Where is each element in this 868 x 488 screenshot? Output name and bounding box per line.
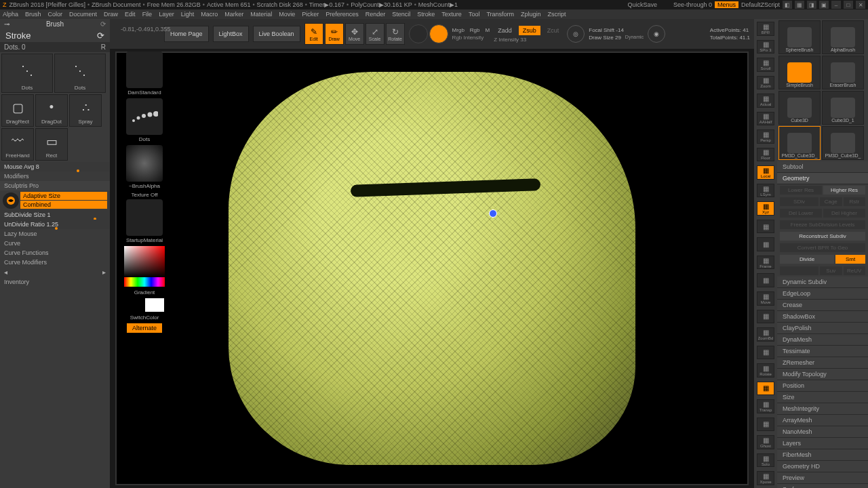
- move-icon[interactable]: ▦Move: [757, 291, 774, 306]
- stroke-spray[interactable]: ∴Spray: [69, 94, 102, 127]
- focal-icon[interactable]: ◎: [567, 25, 585, 43]
- icon-16-icon[interactable]: ▦: [757, 310, 774, 324]
- frame-icon[interactable]: ▦Frame: [757, 256, 774, 270]
- rotate-icon[interactable]: ▦Rotate: [757, 363, 774, 378]
- floor-icon[interactable]: ▦Floor: [757, 148, 774, 162]
- cage-button[interactable]: Cage: [820, 197, 842, 206]
- menu-zscript[interactable]: Zscript: [548, 11, 566, 18]
- left-arrow-icon[interactable]: ◂: [4, 268, 7, 276]
- rgb-button[interactable]: Rgb: [470, 27, 480, 33]
- higher-res-button[interactable]: Higher Res: [823, 186, 865, 195]
- m-button[interactable]: M: [486, 27, 490, 33]
- size-icon[interactable]: ◉: [648, 25, 665, 43]
- dynamic-subdiv-section[interactable]: Dynamic Subdiv: [777, 277, 868, 288]
- meshintegrity-section[interactable]: MeshIntegrity: [777, 403, 868, 415]
- draw-gizmo[interactable]: ✏Draw: [325, 23, 344, 45]
- rotate-gizmo[interactable]: ↻Rotate: [386, 23, 405, 45]
- white-swatch[interactable]: [145, 298, 164, 312]
- brush-preview[interactable]: DamStandard: [124, 52, 165, 96]
- menu-alpha[interactable]: Alpha: [3, 11, 18, 18]
- menus-button[interactable]: Menus: [715, 1, 738, 8]
- zadd-button[interactable]: Zadd: [494, 26, 516, 35]
- menu-stroke[interactable]: Stroke: [417, 11, 435, 18]
- edgeloop-section[interactable]: EdgeLoop: [777, 288, 868, 300]
- brush-pm3d_cube3d_[interactable]: PM3D_Cube3D_: [822, 126, 864, 160]
- persp-icon[interactable]: ▦Persp: [757, 129, 774, 144]
- minimize-icon[interactable]: –: [831, 1, 841, 9]
- black-swatch[interactable]: [125, 298, 144, 312]
- menu-edit[interactable]: Edit: [125, 11, 136, 18]
- icon-14-icon[interactable]: ▦: [757, 273, 774, 287]
- menu-draw[interactable]: Draw: [104, 11, 118, 18]
- dynamic-label[interactable]: Dynamic: [625, 35, 644, 41]
- menu-transform[interactable]: Transform: [486, 11, 514, 18]
- menu-file[interactable]: File: [142, 11, 153, 18]
- seethrough-slider[interactable]: See-through 0: [673, 1, 712, 8]
- xpose-icon[interactable]: ▦Xpose: [757, 471, 774, 485]
- menu-material[interactable]: Material: [250, 11, 272, 18]
- focal-shift-slider[interactable]: Focal Shift -14: [589, 27, 644, 33]
- texture-preview[interactable]: Texture OffStartupMaterial: [124, 192, 165, 243]
- geometry-hd-section[interactable]: Geometry HD: [777, 461, 868, 472]
- layout-1-icon[interactable]: ◧: [783, 1, 792, 9]
- pin-icon[interactable]: ⊸: [4, 20, 9, 28]
- curve-section[interactable]: Curve: [0, 239, 110, 248]
- claypolish-section[interactable]: ClayPolish: [777, 323, 868, 334]
- right-arrow-icon[interactable]: ▸: [102, 268, 106, 276]
- stroke-freehand[interactable]: 〰FreeHand: [1, 128, 34, 161]
- brush-simplebrush[interactable]: SimpleBrush: [778, 56, 821, 89]
- reuv-button[interactable]: ReUV: [844, 266, 866, 275]
- lower-res-button[interactable]: Lower Res: [780, 186, 822, 195]
- z-intensity-slider[interactable]: Z Intensity 33: [494, 37, 563, 43]
- preview-section[interactable]: Preview: [777, 472, 868, 484]
- surface-section[interactable]: Surface: [777, 484, 868, 488]
- inventory-section[interactable]: Inventory: [0, 277, 110, 287]
- menu-preferences[interactable]: Preferences: [326, 11, 359, 18]
- dynamesh-section[interactable]: DynaMesh: [777, 334, 868, 346]
- subtool-section[interactable]: Subtool: [777, 161, 868, 173]
- del-lower-button[interactable]: Del Lower: [780, 209, 822, 218]
- subdivide-slider[interactable]: SubDivide Size 1: [0, 210, 110, 220]
- brush-pm3d_cube3d_[interactable]: PM3D_Cube3D_: [778, 126, 821, 160]
- menu-macro[interactable]: Macro: [201, 11, 218, 18]
- brush-alphabrush[interactable]: AlphaBrush: [822, 20, 864, 54]
- maximize-icon[interactable]: □: [844, 1, 853, 9]
- viewport-canvas[interactable]: [115, 52, 749, 485]
- fibermesh-section[interactable]: FiberMesh: [777, 449, 868, 461]
- actual-icon[interactable]: ▦Actual: [757, 94, 774, 108]
- sdiv-slider[interactable]: SDiv: [780, 197, 818, 206]
- stroke-preview[interactable]: Dots: [124, 98, 165, 142]
- local-icon[interactable]: ▦Local: [757, 165, 774, 180]
- menu-marker[interactable]: Marker: [224, 11, 243, 18]
- bpr-icon[interactable]: ▦BPR: [757, 22, 774, 36]
- menu-picker[interactable]: Picker: [302, 11, 319, 18]
- brush-eraserbrush[interactable]: EraserBrush: [822, 56, 864, 89]
- layers-section[interactable]: Layers: [777, 438, 868, 449]
- icon-22-icon[interactable]: ▦: [757, 418, 774, 432]
- nanomesh-section[interactable]: NanoMesh: [777, 426, 868, 438]
- layout-4-icon[interactable]: ▣: [819, 1, 829, 9]
- lightbox-button[interactable]: LightBox: [213, 26, 249, 42]
- convert-bpr-button[interactable]: Convert BPR To Geo: [780, 243, 865, 252]
- menu-brush[interactable]: Brush: [25, 11, 41, 18]
- menu-layer[interactable]: Layer: [159, 11, 174, 18]
- default-zscript[interactable]: DefaultZScript: [741, 1, 780, 8]
- quicksave-button[interactable]: QuickSave: [627, 1, 657, 8]
- switch-color-label[interactable]: SwitchColor: [130, 314, 159, 321]
- mrgb-mode-icon[interactable]: [409, 24, 428, 43]
- alpha-preview[interactable]: ~BrushAlpha: [124, 145, 165, 189]
- lazy-mouse-section[interactable]: Lazy Mouse: [0, 229, 110, 239]
- menu-color[interactable]: Color: [48, 11, 63, 18]
- menu-stencil[interactable]: Stencil: [392, 11, 410, 18]
- shadowbox-section[interactable]: ShadowBox: [777, 311, 868, 323]
- smt-button[interactable]: Smt: [835, 255, 865, 264]
- del-higher-button[interactable]: Del Higher: [823, 209, 865, 218]
- icon-18-icon[interactable]: ▦: [757, 346, 774, 360]
- position-section[interactable]: Position: [777, 380, 868, 392]
- menu-texture[interactable]: Texture: [441, 11, 462, 18]
- menu-tool[interactable]: Tool: [469, 11, 480, 18]
- color-picker[interactable]: [124, 246, 165, 287]
- menu-zplugin[interactable]: Zplugin: [521, 11, 541, 18]
- menu-document[interactable]: Document: [69, 11, 97, 18]
- spix-3-icon[interactable]: ▦SPix 3: [757, 40, 774, 54]
